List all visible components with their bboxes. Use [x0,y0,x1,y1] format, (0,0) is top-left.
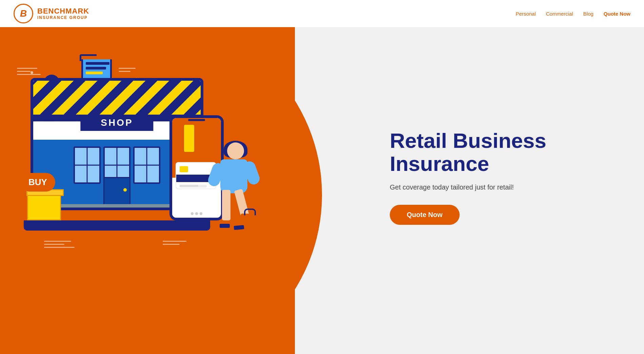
logo: B BENCHMARK INSURANCE GROUP [14,4,89,23]
cardboard-box [27,193,61,220]
main-area: Retail Business Insurance Get coverage t… [0,0,644,354]
phone-dot-1 [191,212,194,215]
logo-circle: B [14,4,33,23]
quote-now-button[interactable]: Quote Now [390,205,460,225]
card-chip [180,166,188,172]
phone-notch [188,119,205,121]
shop-sign: SHOP [80,115,153,131]
deco-lines-3 [44,241,75,248]
phone-dot-2 [195,212,198,215]
nav-quote-now[interactable]: Quote Now [604,11,630,17]
bag-handle [244,209,256,215]
deco-lines-1 [17,68,41,75]
logo-text: BENCHMARK INSURANCE GROUP [37,7,89,20]
shop-window-3 [133,146,160,184]
nav-blog[interactable]: Blog [583,11,593,17]
laptop-base [24,220,210,231]
shopping-bag [241,214,259,236]
woman-body [220,159,247,193]
page-title: Retail Business Insurance [390,129,559,175]
page-subtitle: Get coverage today tailored just for ret… [390,183,644,191]
woman-leg-left [222,190,230,220]
header: B BENCHMARK INSURANCE GROUP Personal Com… [0,0,644,27]
right-content: Retail Business Insurance Get coverage t… [295,0,644,354]
logo-letter: B [20,8,27,19]
illustration: × × × ✓ → % 📍 [10,27,295,354]
heel-left [220,224,230,228]
woman-head [227,142,244,159]
buy-badge: BUY [20,173,55,192]
woman-legs [222,190,242,220]
phone-dot-3 [200,212,202,215]
nav-commercial[interactable]: Commercial [546,11,573,17]
brand-name-line2: INSURANCE GROUP [37,16,89,20]
dot-deco-1 [31,71,33,74]
nav-personal[interactable]: Personal [516,11,536,17]
phone-bottom-dots [191,212,202,215]
woman-figure [210,142,264,241]
deco-lines-4 [163,241,186,245]
brand-name-line1: BENCHMARK [37,7,89,15]
shop-window-1 [74,146,101,184]
nav: Personal Commercial Blog Quote Now [516,11,630,17]
